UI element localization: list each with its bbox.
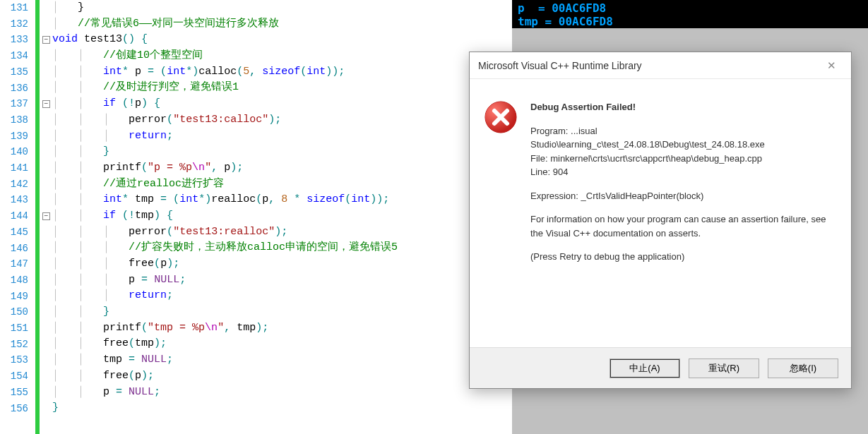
line-number: 149 [0, 289, 28, 305]
line-number: 147 [0, 256, 28, 272]
line-number: 132 [0, 16, 28, 32]
code-line[interactable]: │ │ printf("p = %p\n", p); [52, 160, 509, 176]
line-number: 139 [0, 128, 28, 145]
abort-button[interactable]: 中止(A) [610, 358, 680, 378]
line-number: 137 [0, 96, 28, 112]
fold-toggle-icon[interactable]: − [42, 36, 50, 44]
line-number: 135 [0, 64, 28, 80]
dialog-expression: Expression: _CrtIsValidHeapPointer(block… [530, 189, 837, 203]
code-line[interactable]: │ │ tmp = NULL; [52, 352, 509, 368]
line-number: 142 [0, 176, 28, 193]
dialog-retry-hint: (Press Retry to debug the application) [530, 250, 837, 264]
dialog-title: Microsoft Visual C++ Runtime Library [478, 60, 820, 71]
line-number: 136 [0, 80, 28, 97]
error-icon [484, 100, 518, 134]
code-line[interactable]: │ │ │ return; [52, 128, 509, 145]
line-number: 150 [0, 304, 28, 320]
code-line[interactable]: │ │ │ perror("test13:calloc"); [52, 112, 509, 128]
fold-toggle-icon[interactable]: − [42, 212, 50, 220]
code-line[interactable]: │ │ printf("tmp = %p\n", tmp); [52, 320, 509, 337]
dialog-titlebar[interactable]: Microsoft Visual C++ Runtime Library ✕ [470, 52, 851, 79]
line-number: 152 [0, 337, 28, 353]
code-line[interactable]: │ } [52, 0, 509, 16]
code-line[interactable]: │ //常见错误6——对同一块空间进行多次释放 [52, 16, 509, 32]
line-number: 156 [0, 401, 28, 417]
assertion-dialog: Microsoft Visual C++ Runtime Library ✕ D… [469, 52, 852, 389]
line-number: 145 [0, 224, 28, 241]
code-line[interactable]: │ │ if (!tmp) { [52, 208, 509, 224]
code-line[interactable]: │ │ if (!p) { [52, 96, 509, 112]
code-line[interactable]: │ │ p = NULL; [52, 385, 509, 401]
line-number: 140 [0, 144, 28, 160]
code-line[interactable]: void test13() { [52, 32, 509, 48]
fold-gutter[interactable]: − − − [40, 0, 52, 434]
code-line[interactable]: │ │ int* p = (int*)calloc(5, sizeof(int)… [52, 64, 509, 80]
line-number: 138 [0, 112, 28, 128]
line-number: 133 [0, 32, 28, 48]
code-line[interactable]: } [52, 400, 509, 416]
line-number: 134 [0, 48, 28, 64]
code-line[interactable]: │ │ │ free(p); [52, 256, 509, 272]
dialog-heading: Debug Assertion Failed! [530, 100, 837, 114]
dialog-info: For information on how your program can … [530, 212, 837, 240]
line-number: 146 [0, 241, 28, 257]
console-output: p = 00AC6FD8 tmp = 00AC6FD8 [512, 0, 868, 28]
fold-toggle-icon[interactable]: − [42, 100, 50, 108]
line-number: 144 [0, 208, 28, 224]
code-line[interactable]: │ │ //创建10个整型空间 [52, 48, 509, 64]
line-number: 131 [0, 0, 28, 16]
code-line[interactable]: │ │ //通过realloc进行扩容 [52, 176, 509, 193]
code-line[interactable]: │ │ free(p); [52, 368, 509, 385]
dialog-button-row: 中止(A) 重试(R) 忽略(I) [470, 347, 851, 388]
code-line[interactable]: │ │ │ //扩容失败时，主动释放calloc申请的空间，避免错误5 [52, 240, 509, 256]
code-line[interactable]: │ │ │ p = NULL; [52, 272, 509, 289]
line-number: 151 [0, 320, 28, 337]
line-number: 141 [0, 160, 28, 176]
retry-button[interactable]: 重试(R) [689, 358, 759, 378]
close-icon[interactable]: ✕ [820, 59, 843, 72]
ignore-button[interactable]: 忽略(I) [768, 358, 838, 378]
code-line[interactable]: │ │ free(tmp); [52, 336, 509, 352]
code-editor[interactable]: 1311321331341351361371381391401411421431… [0, 0, 509, 434]
line-number: 154 [0, 368, 28, 385]
code-line[interactable]: │ │ │ perror("test13:realloc"); [52, 224, 509, 241]
code-line[interactable]: │ │ //及时进行判空，避免错误1 [52, 80, 509, 96]
code-line[interactable]: │ │ │ return; [52, 288, 509, 304]
line-number: 153 [0, 352, 28, 368]
line-number: 143 [0, 192, 28, 208]
code-line[interactable]: │ │ } [52, 304, 509, 320]
line-number: 148 [0, 272, 28, 289]
dialog-program: Program: ...isual Studio\learning_c\test… [530, 124, 837, 179]
code-line[interactable]: │ │ int* tmp = (int*)realloc(p, 8 * size… [52, 192, 509, 208]
code-line[interactable]: │ │ } [52, 144, 509, 160]
line-number: 155 [0, 385, 28, 401]
code-content[interactable]: │ }│ //常见错误6——对同一块空间进行多次释放void test13() … [52, 0, 509, 434]
dialog-content: Debug Assertion Failed! Program: ...isua… [530, 100, 837, 274]
line-number-gutter: 1311321331341351361371381391401411421431… [0, 0, 35, 434]
